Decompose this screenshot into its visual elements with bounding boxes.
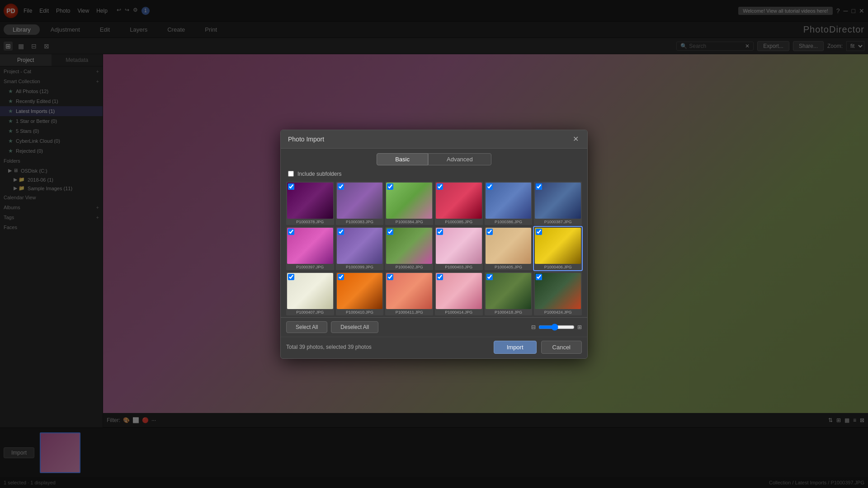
deselect-all-btn[interactable]: Deselect All (331, 321, 378, 333)
photo-grid: P1000378.JPG P1000383.JPG P1000384.JPG P… (286, 182, 582, 315)
list-item[interactable]: P1000403.JPG (435, 227, 483, 270)
dialog-titlebar: Photo Import ✕ (281, 130, 587, 149)
list-item[interactable]: P1000399.JPG (336, 227, 384, 270)
dialog-tab-advanced[interactable]: Advanced (428, 153, 491, 165)
photo-checkbox[interactable] (486, 183, 493, 190)
list-item[interactable]: P1000407.JPG (286, 272, 334, 315)
photo-name: P1000397.JPG (287, 265, 333, 269)
dialog-title: Photo Import (288, 136, 324, 143)
photo-checkbox[interactable] (536, 183, 542, 190)
list-item[interactable]: P1000385.JPG (435, 182, 483, 225)
photo-checkbox[interactable] (387, 274, 393, 280)
photo-checkbox[interactable] (486, 274, 493, 280)
list-item[interactable]: P1000410.JPG (336, 272, 384, 315)
photo-checkbox[interactable] (288, 183, 294, 190)
photo-name: P1000385.JPG (436, 220, 482, 224)
modal-overlay: Photo Import ✕ Basic Advanced Include su… (0, 0, 868, 488)
photo-checkbox[interactable] (387, 229, 393, 235)
list-item[interactable]: P1000406.JPG (534, 227, 582, 270)
list-item[interactable]: P1000386.JPG (485, 182, 533, 225)
photo-name: P1000399.JPG (337, 265, 383, 269)
zoom-slider[interactable] (538, 324, 575, 331)
cancel-dialog-btn[interactable]: Cancel (541, 341, 582, 354)
list-item[interactable]: P1000414.JPG (435, 272, 483, 315)
dialog-buttons: Import Cancel (494, 341, 582, 354)
dialog-status: Total 39 photos, selected 39 photos (286, 344, 372, 350)
include-subfolders-checkbox[interactable] (288, 171, 294, 177)
list-item[interactable]: P1000405.JPG (485, 227, 533, 270)
photo-checkbox[interactable] (288, 274, 294, 280)
photo-name: P1000411.JPG (386, 310, 432, 314)
photo-name: P1000410.JPG (337, 310, 383, 314)
list-item[interactable]: P1000378.JPG (286, 182, 334, 225)
photo-name: P1000418.JPG (486, 310, 532, 314)
select-all-btn[interactable]: Select All (286, 321, 327, 333)
dialog-footer: Total 39 photos, selected 39 photos Impo… (281, 337, 587, 358)
photo-checkbox[interactable] (486, 229, 493, 235)
photo-checkbox[interactable] (437, 229, 443, 235)
photo-checkbox[interactable] (288, 229, 294, 235)
dialog-tabs: Basic Advanced (281, 149, 587, 168)
photo-checkbox[interactable] (387, 183, 393, 190)
photo-name: P1000387.JPG (535, 220, 581, 224)
list-item[interactable]: P1000384.JPG (385, 182, 433, 225)
photo-name: P1000378.JPG (287, 220, 333, 224)
photo-name: P1000424.JPG (535, 310, 581, 314)
dialog-close-btn[interactable]: ✕ (571, 135, 580, 144)
photo-checkbox[interactable] (338, 229, 344, 235)
dialog-tab-basic[interactable]: Basic (377, 153, 428, 165)
list-item[interactable]: P1000418.JPG (485, 272, 533, 315)
subfolder-row: Include subfolders (281, 168, 587, 180)
list-item[interactable]: P1000397.JPG (286, 227, 334, 270)
photo-name: P1000402.JPG (386, 265, 432, 269)
photo-grid-container[interactable]: P1000378.JPG P1000383.JPG P1000384.JPG P… (281, 180, 587, 317)
photo-checkbox[interactable] (536, 229, 542, 235)
dialog-bottom-bar: Select All Deselect All ⊟ ⊞ (281, 317, 587, 337)
photo-checkbox[interactable] (437, 274, 443, 280)
photo-name: P1000386.JPG (486, 220, 532, 224)
photo-checkbox[interactable] (338, 274, 344, 280)
photo-checkbox[interactable] (338, 183, 344, 190)
photo-name: P1000407.JPG (287, 310, 333, 314)
photo-name: P1000405.JPG (486, 265, 532, 269)
import-dialog-btn[interactable]: Import (494, 341, 537, 354)
photo-checkbox[interactable] (536, 274, 542, 280)
zoom-plus-icon[interactable]: ⊞ (577, 324, 582, 330)
zoom-slider-row: ⊟ ⊞ (531, 324, 582, 331)
list-item[interactable]: P1000402.JPG (385, 227, 433, 270)
photo-name: P1000414.JPG (436, 310, 482, 314)
zoom-minus-icon[interactable]: ⊟ (531, 324, 536, 330)
list-item[interactable]: P1000383.JPG (336, 182, 384, 225)
photo-checkbox[interactable] (437, 183, 443, 190)
list-item[interactable]: P1000387.JPG (534, 182, 582, 225)
photo-name: P1000406.JPG (535, 265, 581, 269)
list-item[interactable]: P1000411.JPG (385, 272, 433, 315)
list-item[interactable]: P1000424.JPG (534, 272, 582, 315)
photo-import-dialog: Photo Import ✕ Basic Advanced Include su… (280, 130, 588, 359)
include-subfolders-label[interactable]: Include subfolders (297, 171, 341, 177)
photo-name: P1000383.JPG (337, 220, 383, 224)
photo-name: P1000403.JPG (436, 265, 482, 269)
photo-name: P1000384.JPG (386, 220, 432, 224)
